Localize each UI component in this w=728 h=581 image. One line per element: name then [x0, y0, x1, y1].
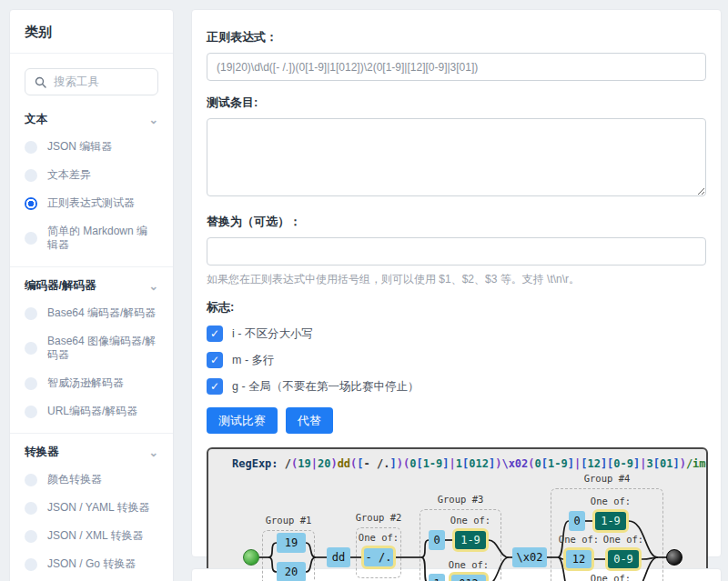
search-icon [35, 76, 46, 88]
flags-list: ✓i - 不区分大小写✓m - 多行✓g - 全局（不要在第一场比赛中停止） [207, 326, 706, 395]
flag-label: i - 不区分大小写 [232, 326, 313, 342]
flag-label: m - 多行 [232, 353, 275, 368]
sidebar-sections: 文本⌄JSON 编辑器文本差异正则表达式测试器简单的 Markdown 编辑器编… [10, 101, 173, 581]
node-g3-1-9: 1-9 [452, 528, 489, 552]
one-of-label: One of: [450, 515, 490, 526]
sidebar-item[interactable]: 简单的 Markdown 编辑器 [10, 217, 173, 259]
node-20: 20 [277, 562, 306, 581]
chevron-down-icon: ⌄ [149, 446, 158, 459]
replace-label: 替换为（可选）： [207, 214, 706, 230]
sidebar-section-header[interactable]: 文本⌄ [10, 101, 173, 133]
divider [10, 53, 173, 54]
sidebar-item[interactable]: 正则表达式测试器 [10, 189, 173, 217]
flag-row-i: ✓i - 不区分大小写 [207, 326, 706, 342]
sidebar-item[interactable]: JSON / YAML 转换器 [10, 494, 173, 522]
radio-selected-icon [25, 197, 37, 210]
sidebar-item[interactable]: JSON / XML 转换器 [10, 522, 173, 550]
one-of-label: One of: [559, 534, 599, 545]
flag-row-m: ✓m - 多行 [207, 352, 706, 368]
node-g3-1: 1 [429, 574, 445, 581]
radio-icon [25, 377, 37, 390]
node-g4-12: 12 [563, 547, 594, 571]
replace-hint: 如果您在正则表达式中使用括号组，则可以使用 $1、$2、$3 等。支持 \t\n… [207, 272, 706, 287]
spacer [10, 259, 173, 266]
sidebar-item-label: Base64 图像编码器/解码器 [47, 335, 158, 362]
sidebar-item[interactable]: 文本差异 [10, 161, 173, 189]
chevron-down-icon: ⌄ [149, 113, 158, 126]
diagram-end-dot [666, 549, 682, 566]
flag-row-g: ✓g - 全局（不要在第一场比赛中停止） [207, 378, 706, 395]
sidebar-section-header[interactable]: 编码器/解码器⌄ [10, 267, 173, 299]
sidebar-item[interactable]: JSON / Go 转换器 [10, 550, 173, 578]
node-x02: \x02 [512, 547, 547, 567]
sidebar-item-label: JSON / YAML 转换器 [47, 501, 149, 515]
test-entries-label: 测试条目: [207, 95, 706, 111]
one-of-label: One of: [449, 559, 489, 570]
sidebar-item-label: 智威汤逊解码器 [47, 376, 124, 390]
flag-checkbox-i[interactable]: ✓ [207, 326, 223, 342]
flag-label: g - 全局（不要在第一场比赛中停止） [232, 379, 420, 395]
one-of-label: One of: [603, 534, 643, 545]
sidebar: 类别 搜索工具 文本⌄JSON 编辑器文本差异正则表达式测试器简单的 Markd… [9, 9, 174, 581]
test-entries-textarea[interactable] [207, 118, 706, 196]
flag-checkbox-m[interactable]: ✓ [207, 352, 223, 368]
sidebar-item-label: 颜色转换器 [47, 473, 102, 486]
sidebar-item[interactable]: JSON 编辑器 [10, 133, 173, 161]
node-g4-1-9: 1-9 [592, 509, 629, 533]
node-19: 19 [277, 533, 306, 553]
node-g4-0-9: 0-9 [605, 547, 642, 571]
sidebar-item[interactable]: URL编码器/解码器 [10, 397, 173, 426]
section-label: 文本 [25, 112, 47, 127]
section-label: 转换器 [25, 445, 59, 460]
button-row: 测试比赛 代替 [207, 407, 706, 434]
test-match-button[interactable]: 测试比赛 [207, 407, 278, 434]
search-placeholder: 搜索工具 [54, 75, 99, 90]
sidebar-item[interactable]: 智威汤逊解码器 [10, 369, 173, 397]
radio-icon [25, 558, 37, 571]
radio-icon [25, 232, 37, 245]
sidebar-item-label: JSON 编辑器 [47, 140, 112, 154]
one-of-label: One of: [591, 573, 631, 581]
sidebar-item-label: JSON / Go 转换器 [47, 557, 136, 571]
group4-label: Group #4 [584, 473, 631, 484]
sidebar-item-label: 简单的 Markdown 编辑器 [47, 225, 158, 252]
group2-label: Group #2 [356, 512, 402, 523]
sidebar-item[interactable]: Base64 编码器/解码器 [10, 299, 173, 327]
regex-railroad-diagram: RegExp: /(19|20)dd([- /.])(0[1-9]|1[012]… [207, 447, 708, 581]
radio-icon [25, 474, 37, 486]
regex-label: 正则表达式： [207, 29, 706, 45]
radio-icon [25, 169, 37, 182]
group3-label: Group #3 [438, 494, 484, 505]
sidebar-section-header[interactable]: 转换器⌄ [10, 434, 173, 466]
sidebar-item-label: URL编码器/解码器 [47, 405, 137, 418]
radio-icon [25, 502, 37, 515]
spacer [10, 426, 173, 433]
radio-icon [25, 141, 37, 154]
one-of-label: One of: [591, 496, 631, 506]
flag-checkbox-g[interactable]: ✓ [207, 378, 223, 395]
sidebar-item-label: 文本差异 [47, 168, 91, 182]
sidebar-item-label: Base64 编码器/解码器 [47, 306, 156, 320]
node-separator-charclass: - /. [361, 546, 396, 569]
regex-input[interactable] [207, 53, 706, 81]
sidebar-title: 类别 [10, 10, 173, 53]
sidebar-item-label: 正则表达式测试器 [47, 196, 135, 210]
section-label: 编码器/解码器 [25, 278, 96, 294]
node-g4-0: 0 [569, 511, 585, 531]
radio-icon [25, 406, 37, 418]
search-input[interactable]: 搜索工具 [25, 68, 158, 95]
sidebar-item[interactable]: Base64 图像编码器/解码器 [10, 327, 173, 369]
replace-button[interactable]: 代替 [286, 407, 333, 434]
radio-icon [25, 342, 37, 355]
radio-icon [25, 530, 37, 543]
replace-input[interactable] [207, 237, 706, 265]
chevron-down-icon: ⌄ [149, 279, 158, 293]
regex-tester-panel: 正则表达式： 测试条目: 替换为（可选）： 如果您在正则表达式中使用括号组，则可… [191, 9, 722, 557]
one-of-label: One of: [359, 532, 399, 543]
group1-label: Group #1 [266, 515, 312, 526]
radio-icon [25, 307, 37, 320]
sidebar-item-label: JSON / XML 转换器 [47, 529, 144, 543]
sidebar-item[interactable]: 颜色转换器 [10, 466, 173, 494]
diagram-start-dot [243, 549, 259, 566]
node-g3-0: 0 [429, 530, 445, 550]
